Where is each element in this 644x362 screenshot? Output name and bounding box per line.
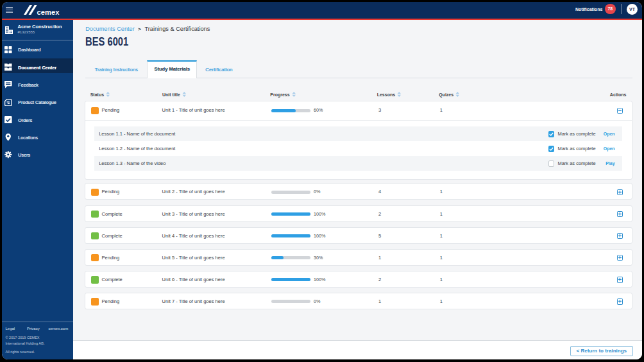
svg-text:cemex: cemex bbox=[37, 8, 60, 15]
